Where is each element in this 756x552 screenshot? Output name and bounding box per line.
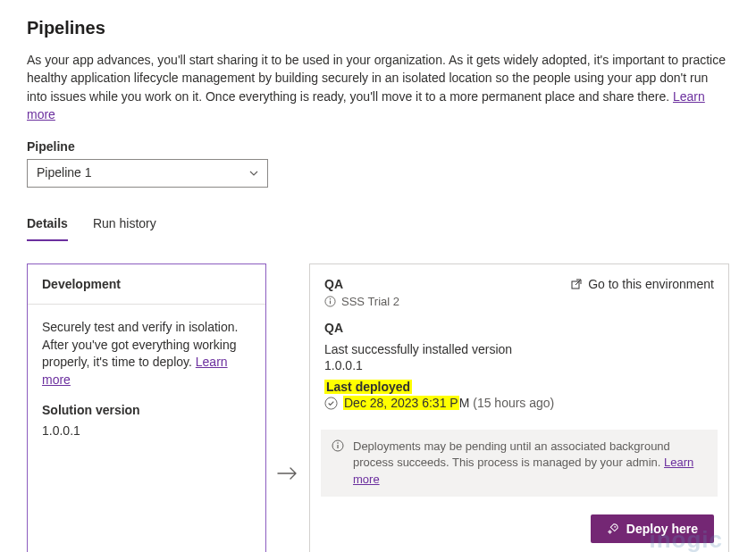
last-deployed-label: Last deployed (324, 380, 412, 394)
open-icon (570, 278, 583, 290)
tab-run-history[interactable]: Run history (93, 211, 156, 241)
svg-point-4 (325, 397, 337, 409)
check-icon (324, 397, 338, 410)
arrow-icon (275, 263, 300, 552)
goto-environment-link[interactable]: Go to this environment (570, 277, 714, 291)
svg-point-8 (614, 526, 616, 528)
qa-top-title: QA (324, 277, 399, 291)
svg-point-7 (337, 442, 339, 444)
last-deployed-value: Dec 28, 2023 6:31 PM (15 hours ago) (343, 396, 554, 410)
development-card: Development Securely test and verify in … (27, 263, 266, 552)
info-icon (332, 439, 344, 488)
qa-section-title: QA (324, 321, 714, 335)
pipeline-field-label: Pipeline (27, 139, 729, 154)
info-icon (324, 296, 336, 307)
tab-details[interactable]: Details (27, 211, 68, 241)
svg-point-2 (330, 298, 331, 299)
installed-version-label: Last successfully installed version (324, 342, 714, 356)
installed-version-value: 1.0.0.1 (324, 358, 714, 372)
info-banner: Deployments may be pending until an asso… (321, 430, 718, 497)
solution-version-label: Solution version (42, 402, 251, 420)
deploy-here-button[interactable]: Deploy here (591, 514, 714, 543)
rocket-icon (607, 523, 619, 535)
development-card-title: Development (28, 264, 265, 305)
tabs: Details Run history (27, 211, 729, 242)
qa-card: QA SSS Trial 2 Go to this environment QA… (309, 263, 729, 552)
env-name: SSS Trial 2 (341, 295, 399, 308)
page-intro: As your app advances, you'll start shari… (27, 51, 729, 123)
solution-version-value: 1.0.0.1 (42, 422, 251, 440)
page-title: Pipelines (27, 18, 729, 38)
pipeline-select[interactable]: Pipeline 1 (27, 159, 268, 188)
development-card-desc: Securely test and verify in isolation. A… (42, 319, 251, 389)
